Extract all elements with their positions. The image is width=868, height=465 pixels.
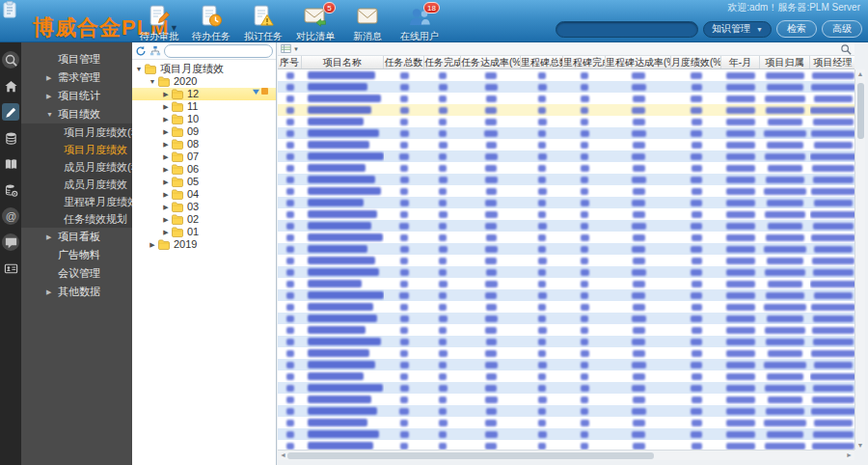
advanced-search-button[interactable]: 高级 (822, 20, 862, 38)
table-row[interactable] (278, 220, 854, 232)
table-row[interactable] (278, 278, 854, 289)
mail-compare-button[interactable]: 对比清单5 (289, 4, 341, 43)
project-name-cell[interactable] (302, 336, 384, 347)
table-row[interactable] (278, 93, 854, 104)
tree-expander-icon[interactable]: ▶ (148, 238, 157, 251)
column-header[interactable]: 里程碑达成率(%) (606, 56, 671, 69)
columns-menu-button[interactable]: ▼ (281, 43, 299, 54)
table-row[interactable] (278, 255, 854, 266)
project-name-cell[interactable] (302, 208, 384, 220)
users-button[interactable]: 在线用户18 (393, 4, 446, 43)
table-row[interactable] (278, 174, 854, 185)
menu-item[interactable]: ▶项目统计 (21, 87, 132, 105)
table-row[interactable] (278, 116, 854, 127)
chat-icon[interactable] (2, 233, 19, 251)
column-header[interactable]: 项目归属 (760, 56, 810, 69)
project-name-cell[interactable] (302, 370, 384, 382)
horizontal-scroll-thumb[interactable] (287, 452, 654, 459)
scroll-down-icon[interactable]: ▼ (855, 442, 865, 449)
menu-item[interactable]: 成员月度绩效 (21, 176, 132, 193)
tree-expander-icon[interactable]: ▶ (161, 188, 171, 201)
search-category-dropdown[interactable]: 知识管理 ▼ (703, 21, 772, 38)
table-row[interactable] (278, 150, 854, 162)
refresh-icon[interactable] (135, 45, 147, 57)
doc-edit-button[interactable]: 待办审批 (133, 4, 185, 43)
project-name-cell[interactable] (302, 289, 384, 301)
table-row[interactable] (278, 139, 854, 150)
scroll-right-icon[interactable]: ► (846, 451, 853, 460)
menu-item[interactable]: 成员月度绩效(动态) (21, 158, 132, 176)
tree-node[interactable]: ▶02 (132, 213, 276, 226)
tree-expander-icon[interactable]: ▶ (161, 176, 171, 188)
tree-expander-icon[interactable]: ▶ (161, 163, 171, 176)
database-icon[interactable] (2, 129, 19, 147)
scroll-up-icon[interactable]: ▲ (855, 70, 865, 77)
tree-node[interactable]: ▶10 (132, 113, 276, 125)
doc-clock-button[interactable]: 待办任务 (185, 4, 237, 43)
column-header[interactable]: 月度绩效(%) (671, 56, 721, 69)
table-row[interactable] (278, 394, 854, 405)
tree-expander-icon[interactable]: ▶ (161, 113, 171, 125)
horizontal-scrollbar[interactable]: ◄ ► (278, 450, 854, 460)
at-icon[interactable]: @ (2, 207, 19, 225)
home-icon[interactable] (2, 77, 19, 95)
project-name-cell[interactable] (302, 243, 384, 255)
menu-item[interactable]: ▶其他数据 (21, 283, 132, 301)
database-gear-icon[interactable] (2, 181, 19, 199)
table-row[interactable] (278, 104, 854, 116)
tree-expander-icon[interactable]: ▶ (161, 201, 171, 213)
table-row[interactable] (278, 69, 854, 81)
menu-item[interactable]: ▶需求管理 (21, 68, 132, 87)
project-name-cell[interactable] (302, 116, 384, 127)
table-row[interactable] (278, 208, 854, 220)
tree-node[interactable]: ▶2019 (132, 238, 276, 251)
tree-node[interactable]: ▶04 (132, 188, 276, 201)
project-name-cell[interactable] (302, 69, 384, 81)
scroll-left-icon[interactable]: ◄ (280, 451, 286, 460)
project-name-cell[interactable] (302, 150, 384, 162)
table-row[interactable] (278, 324, 854, 336)
table-row[interactable] (278, 359, 854, 370)
table-row[interactable] (278, 243, 854, 255)
column-header[interactable]: 任务达成率(%) (461, 56, 521, 69)
tree-expander-icon[interactable]: ▶ (161, 226, 171, 238)
project-name-cell[interactable] (302, 428, 384, 440)
project-name-cell[interactable] (302, 301, 384, 313)
project-name-cell[interactable] (302, 382, 384, 394)
table-row[interactable] (278, 347, 854, 359)
table-row[interactable] (278, 417, 854, 428)
project-name-cell[interactable] (302, 174, 384, 185)
locate-down-icon[interactable] (253, 88, 259, 95)
menu-item[interactable]: 会议管理 (21, 264, 132, 283)
project-name-cell[interactable] (302, 440, 384, 450)
locate-folder-icon[interactable] (261, 88, 268, 95)
doc-warning-button[interactable]: 拟订任务 (237, 4, 289, 43)
table-row[interactable] (278, 313, 854, 324)
tree-node[interactable]: ▶11 (132, 100, 276, 113)
tree-expander-icon[interactable]: ▶ (161, 150, 171, 163)
project-name-cell[interactable] (302, 197, 384, 208)
project-name-cell[interactable] (302, 104, 384, 116)
column-header[interactable]: 里程碑总数 (521, 56, 563, 69)
project-name-cell[interactable] (302, 359, 384, 370)
table-row[interactable] (278, 336, 854, 347)
table-row[interactable] (278, 428, 854, 440)
project-name-cell[interactable] (302, 185, 384, 197)
vertical-scroll-thumb[interactable] (857, 83, 864, 139)
id-card-icon[interactable] (2, 260, 19, 277)
menu-item[interactable]: 任务绩效规划 (21, 210, 132, 228)
project-name-cell[interactable] (302, 81, 384, 93)
table-row[interactable] (278, 301, 854, 313)
project-name-cell[interactable] (302, 347, 384, 359)
tree-node[interactable]: ▶06 (132, 163, 276, 176)
mail-button[interactable]: 新消息 (341, 4, 393, 43)
menu-item[interactable]: 项目月度绩效(动态) (21, 123, 132, 141)
project-name-cell[interactable] (302, 162, 384, 174)
search-globe-icon[interactable] (2, 51, 19, 68)
project-name-cell[interactable] (302, 278, 384, 289)
tree-search-input[interactable] (164, 44, 273, 58)
tree-node[interactable]: ▶07 (132, 150, 276, 163)
tree-node[interactable]: ▶03 (132, 201, 276, 213)
menu-item[interactable]: 里程碑月度绩效 (21, 193, 132, 210)
project-name-cell[interactable] (302, 139, 384, 150)
